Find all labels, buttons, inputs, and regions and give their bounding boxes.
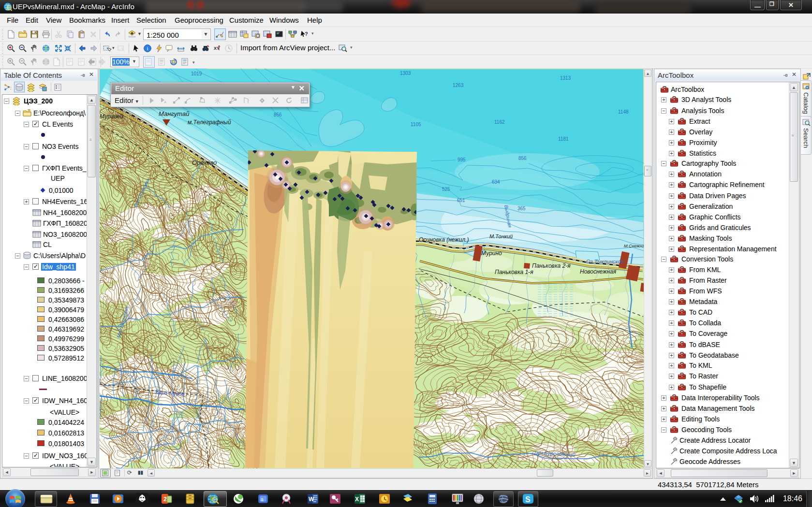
svg-text:?: ? <box>305 31 308 37</box>
svg-text:Мурино: Мурино <box>481 250 502 257</box>
svg-text:XY: XY <box>214 46 220 51</box>
svg-text:365: 365 <box>517 206 526 211</box>
svg-text:М.Тонкий: М.Тонкий <box>489 233 513 239</box>
svg-text:856: 856 <box>274 112 282 117</box>
svg-text:995: 995 <box>458 157 466 162</box>
svg-text:1263: 1263 <box>453 83 464 88</box>
svg-text:525: 525 <box>442 187 450 192</box>
svg-text:651: 651 <box>457 198 465 203</box>
svg-text:a: a <box>261 497 264 502</box>
svg-text:Оз.Тыклинское: Оз.Тыклинское <box>586 259 624 264</box>
svg-text:Мангутай: Мангутай <box>159 110 189 117</box>
svg-text:1313: 1313 <box>560 75 571 81</box>
svg-text:1181: 1181 <box>558 136 569 142</box>
svg-text:Паньковка 1-я: Паньковка 1-я <box>495 269 533 275</box>
svg-text:Орехово: Орехово <box>192 159 217 166</box>
svg-text::: : <box>10 86 12 90</box>
svg-text:1019: 1019 <box>191 71 202 76</box>
svg-text:Новоснежная: Новоснежная <box>580 268 617 275</box>
svg-text:2: 2 <box>163 495 167 503</box>
svg-text:⁚: ⁚ <box>248 100 250 104</box>
svg-text:i: i <box>147 45 148 51</box>
svg-text:A: A <box>164 100 167 104</box>
svg-text:1162: 1162 <box>494 119 505 125</box>
svg-text:1105: 1105 <box>411 122 421 127</box>
svg-text:Осиновка (нежил.): Осиновка (нежил.) <box>419 236 469 243</box>
svg-text:1148: 1148 <box>618 109 629 115</box>
svg-text:X: X <box>355 496 359 503</box>
svg-text:856: 856 <box>518 156 527 161</box>
svg-text:Паньковка 2-я: Паньковка 2-я <box>532 262 571 269</box>
svg-text:634: 634 <box>492 179 500 185</box>
svg-text:1303: 1303 <box>400 71 411 76</box>
svg-text:м.Телеграфный: м.Телеграфный <box>188 119 231 126</box>
svg-text:М.Снежная: М.Снежная <box>624 244 644 248</box>
svg-text:S: S <box>525 495 531 504</box>
svg-text:Муравей: Муравей <box>100 113 123 120</box>
